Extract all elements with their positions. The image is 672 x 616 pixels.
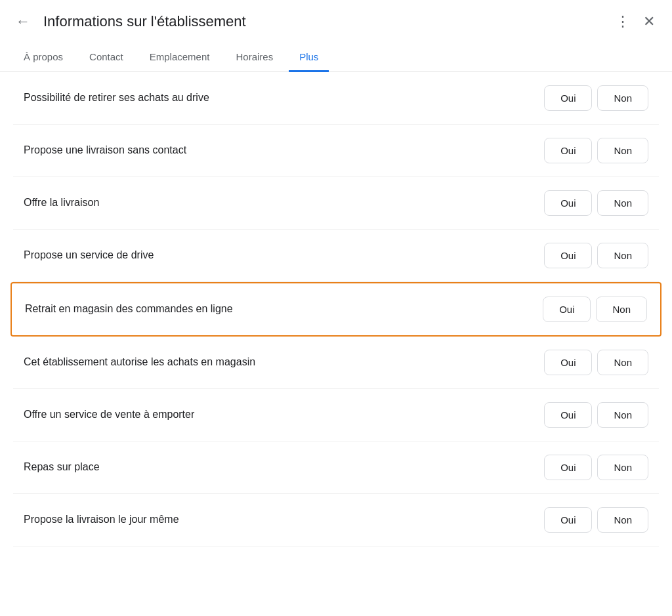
row-label-livraison-jour: Propose la livraison le jour même — [24, 512, 352, 527]
oui-button-vente-emporter[interactable]: Oui — [544, 402, 592, 428]
non-button-livraison[interactable]: Non — [597, 190, 648, 216]
non-button-repas-place[interactable]: Non — [597, 455, 648, 480]
row-achats-magasin: Cet établissement autorise les achats en… — [13, 337, 659, 389]
row-service-drive: Propose un service de drive OuiNon — [13, 230, 659, 282]
row-label-retrait-magasin: Retrait en magasin des commandes en lign… — [25, 302, 353, 316]
oui-button-livraison[interactable]: Oui — [544, 190, 592, 216]
tab-plus[interactable]: Plus — [289, 43, 329, 72]
non-button-vente-emporter[interactable]: Non — [597, 402, 648, 428]
non-button-livraison-jour[interactable]: Non — [597, 507, 648, 533]
tab-apropos[interactable]: À propos — [13, 43, 74, 72]
btn-group-livraison-sans-contact: OuiNon — [544, 138, 648, 163]
non-button-livraison-sans-contact[interactable]: Non — [597, 138, 648, 163]
row-livraison: Offre la livraisonOuiNon — [13, 177, 659, 230]
row-label-repas-place: Repas sur place — [24, 460, 352, 474]
non-button-drive[interactable]: Non — [597, 85, 648, 111]
header-actions: ⋮ ✕ — [612, 10, 659, 33]
row-label-livraison-sans-contact: Propose une livraison sans contact — [24, 143, 352, 157]
non-button-achats-magasin[interactable]: Non — [597, 350, 648, 375]
header: ← Informations sur l'établissement ⋮ ✕ — [0, 0, 672, 43]
page-title: Informations sur l'établissement — [43, 13, 612, 30]
btn-group-retrait-magasin: OuiNon — [543, 297, 647, 322]
oui-button-achats-magasin[interactable]: Oui — [544, 350, 592, 375]
row-label-drive: Possibilité de retirer ses achats au dri… — [24, 91, 352, 105]
btn-group-service-drive: OuiNon — [544, 243, 648, 268]
tab-horaires[interactable]: Horaires — [225, 43, 284, 72]
row-livraison-jour: Propose la livraison le jour mêmeOuiNon — [13, 494, 659, 546]
oui-button-livraison-sans-contact[interactable]: Oui — [544, 138, 592, 163]
oui-button-livraison-jour[interactable]: Oui — [544, 507, 592, 533]
btn-group-drive: OuiNon — [544, 85, 648, 111]
row-retrait-magasin: Retrait en magasin des commandes en lign… — [10, 282, 662, 337]
content-area: Possibilité de retirer ses achats au dri… — [0, 72, 672, 546]
btn-group-vente-emporter: OuiNon — [544, 402, 648, 428]
btn-group-livraison: OuiNon — [544, 190, 648, 216]
back-button[interactable]: ← — [13, 12, 33, 31]
tabs-bar: À proposContactEmplacementHorairesPlus — [0, 43, 672, 72]
oui-button-retrait-magasin[interactable]: Oui — [543, 297, 591, 322]
oui-button-service-drive[interactable]: Oui — [544, 243, 592, 268]
non-button-retrait-magasin[interactable]: Non — [596, 297, 647, 322]
row-drive: Possibilité de retirer ses achats au dri… — [13, 72, 659, 125]
row-label-vente-emporter: Offre un service de vente à emporter — [24, 407, 352, 422]
row-label-achats-magasin: Cet établissement autorise les achats en… — [24, 355, 352, 369]
row-label-service-drive: Propose un service de drive — [24, 248, 352, 262]
btn-group-repas-place: OuiNon — [544, 455, 648, 480]
row-vente-emporter: Offre un service de vente à emporterOuiN… — [13, 389, 659, 441]
non-button-service-drive[interactable]: Non — [597, 243, 648, 268]
oui-button-repas-place[interactable]: Oui — [544, 455, 592, 480]
oui-button-drive[interactable]: Oui — [544, 85, 592, 111]
tab-contact[interactable]: Contact — [79, 43, 134, 72]
row-livraison-sans-contact: Propose une livraison sans contactOuiNon — [13, 125, 659, 177]
tab-emplacement[interactable]: Emplacement — [139, 43, 220, 72]
row-repas-place: Repas sur placeOuiNon — [13, 441, 659, 494]
more-options-button[interactable]: ⋮ — [612, 10, 634, 33]
close-button[interactable]: ✕ — [639, 10, 659, 33]
btn-group-livraison-jour: OuiNon — [544, 507, 648, 533]
btn-group-achats-magasin: OuiNon — [544, 350, 648, 375]
row-label-livraison: Offre la livraison — [24, 195, 352, 210]
